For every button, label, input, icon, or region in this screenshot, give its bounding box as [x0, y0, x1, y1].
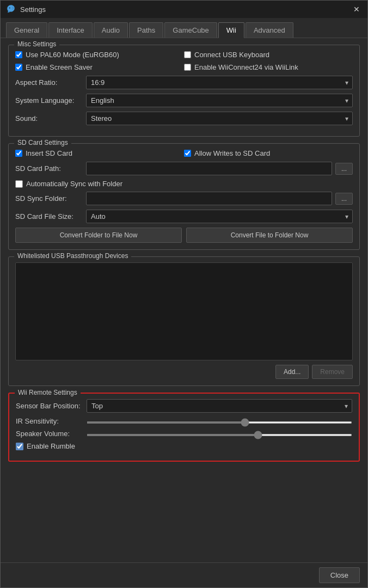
system-language-row: System Language: English Japanese German… [15, 94, 353, 107]
sound-row: Sound: Mono Stereo Surround [15, 112, 353, 125]
tab-audio[interactable]: Audio [94, 22, 128, 38]
sd-sync-folder-input[interactable] [86, 192, 332, 205]
ir-sensitivity-slider-wrap [87, 417, 352, 425]
bottom-bar: Close [1, 562, 367, 587]
allow-writes-col: Allow Writes to SD Card [184, 149, 353, 157]
system-language-dropdown-wrap: English Japanese German French Spanish I… [86, 94, 353, 107]
sd-sync-folder-label: SD Sync Folder: [15, 194, 86, 203]
sensor-bar-dropdown-wrap: Top Bottom [87, 399, 352, 413]
allow-writes-label: Allow Writes to SD Card [194, 149, 270, 157]
sd-file-size-row: SD Card File Size: Auto 128 MB 256 MB 51… [15, 210, 353, 223]
sd-card-path-input[interactable] [86, 162, 332, 175]
aspect-ratio-row: Aspect Ratio: Auto 16:9 4:3 Stretch [15, 76, 353, 89]
pal60-checkbox[interactable] [15, 51, 22, 58]
ir-sensitivity-slider[interactable] [87, 421, 352, 424]
insert-sd-col: Insert SD Card [15, 149, 184, 157]
usb-keyboard-col: Connect USB Keyboard [184, 51, 353, 59]
usb-list-buttons: Add... Remove [15, 365, 353, 379]
wiiconnect-label: Enable WiiConnect24 via WiiLink [194, 63, 298, 71]
misc-settings-group: Misc Settings Use PAL60 Mode (EuRGB60) C… [8, 45, 360, 137]
screensaver-col: Enable Screen Saver [15, 63, 184, 71]
title-bar: Settings ✕ [1, 1, 367, 18]
tab-general[interactable]: General [6, 22, 47, 38]
convert-file-to-folder-button[interactable]: Convert File to Folder Now [186, 228, 353, 243]
system-language-select[interactable]: English Japanese German French Spanish I… [86, 94, 353, 107]
wii-remote-settings-group: Wii Remote Settings Sensor Bar Position:… [8, 393, 360, 462]
sd-file-size-label: SD Card File Size: [15, 212, 86, 220]
enable-rumble-row: Enable Rumble [16, 442, 352, 450]
tab-bar: General Interface Audio Paths GameCube W… [1, 18, 367, 38]
screensaver-checkbox[interactable] [15, 64, 22, 71]
sd-file-size-dropdown-wrap: Auto 128 MB 256 MB 512 MB 1 GB 2 GB 4 GB… [86, 210, 353, 223]
insert-sd-checkbox[interactable] [15, 150, 22, 157]
tab-interface[interactable]: Interface [48, 22, 93, 38]
sensor-bar-select[interactable]: Top Bottom [87, 399, 352, 413]
sound-label: Sound: [15, 114, 86, 122]
enable-rumble-label: Enable Rumble [27, 442, 75, 450]
tab-paths[interactable]: Paths [129, 22, 163, 38]
aspect-ratio-label: Aspect Ratio: [15, 78, 86, 87]
svg-point-0 [9, 7, 10, 8]
speaker-volume-slider-wrap [87, 430, 352, 438]
speaker-volume-slider[interactable] [87, 434, 352, 436]
dolphin-icon [6, 4, 16, 15]
wii-remote-settings-label: Wii Remote Settings [15, 389, 81, 396]
pal60-col: Use PAL60 Mode (EuRGB60) [15, 51, 184, 59]
convert-folder-to-file-button[interactable]: Convert Folder to File Now [15, 228, 182, 243]
tab-gamecube[interactable]: GameCube [164, 22, 217, 38]
close-dialog-button[interactable]: Close [319, 567, 360, 583]
usb-device-listbox[interactable] [15, 262, 353, 360]
sd-sync-browse-button[interactable]: ... [335, 193, 353, 205]
usb-keyboard-checkbox[interactable] [184, 51, 191, 58]
insert-sd-label: Insert SD Card [26, 149, 72, 157]
sound-dropdown-wrap: Mono Stereo Surround [86, 112, 353, 125]
misc-row1: Use PAL60 Mode (EuRGB60) Connect USB Key… [15, 51, 353, 59]
misc-settings-label: Misc Settings [14, 40, 59, 48]
add-usb-button[interactable]: Add... [275, 365, 309, 379]
aspect-ratio-dropdown-wrap: Auto 16:9 4:3 Stretch [86, 76, 353, 89]
auto-sync-checkbox[interactable] [15, 180, 23, 188]
sd-card-settings-label: SD Card Settings [14, 139, 71, 146]
sound-select[interactable]: Mono Stereo Surround [86, 112, 353, 125]
sd-card-path-label: SD Card Path: [15, 164, 86, 173]
aspect-ratio-select[interactable]: Auto 16:9 4:3 Stretch [86, 76, 353, 89]
window-close-button[interactable]: ✕ [351, 4, 362, 15]
usb-passthrough-group: Whitelisted USB Passthrough Devices Add.… [8, 256, 360, 386]
auto-sync-label: Automatically Sync with Folder [26, 180, 122, 188]
sd-file-size-select[interactable]: Auto 128 MB 256 MB 512 MB 1 GB 2 GB 4 GB… [86, 210, 353, 223]
misc-row2: Enable Screen Saver Enable WiiConnect24 … [15, 63, 353, 71]
sd-sync-folder-row: SD Sync Folder: ... [15, 192, 353, 205]
tab-wii[interactable]: Wii [218, 22, 244, 38]
usb-passthrough-label: Whitelisted USB Passthrough Devices [14, 252, 131, 260]
wiiconnect-col: Enable WiiConnect24 via WiiLink [184, 63, 353, 71]
title-bar-left: Settings [6, 4, 46, 15]
speaker-volume-row: Speaker Volume: [16, 430, 352, 438]
sensor-bar-row: Sensor Bar Position: Top Bottom [16, 399, 352, 413]
wiiconnect-checkbox[interactable] [184, 64, 191, 71]
auto-sync-row: Automatically Sync with Folder [15, 180, 353, 188]
pal60-label: Use PAL60 Mode (EuRGB60) [26, 51, 119, 59]
convert-buttons-row: Convert Folder to File Now Convert File … [15, 228, 353, 243]
usb-keyboard-label: Connect USB Keyboard [194, 51, 269, 59]
window-title: Settings [20, 5, 46, 14]
sd-card-browse-button[interactable]: ... [335, 163, 353, 175]
tab-advanced[interactable]: Advanced [246, 22, 293, 38]
screensaver-label: Enable Screen Saver [26, 63, 93, 71]
ir-sensitivity-row: IR Sensitivity: [16, 417, 352, 425]
sd-row1: Insert SD Card Allow Writes to SD Card [15, 149, 353, 157]
settings-window: Settings ✕ General Interface Audio Paths… [0, 0, 368, 588]
system-language-label: System Language: [15, 96, 86, 105]
remove-usb-button[interactable]: Remove [312, 365, 353, 379]
sd-card-path-row: SD Card Path: ... [15, 162, 353, 175]
speaker-volume-label: Speaker Volume: [16, 430, 87, 438]
ir-sensitivity-label: IR Sensitivity: [16, 417, 87, 425]
enable-rumble-checkbox[interactable] [16, 443, 23, 450]
sensor-bar-label: Sensor Bar Position: [16, 402, 87, 410]
allow-writes-checkbox[interactable] [184, 150, 191, 157]
tab-content: Misc Settings Use PAL60 Mode (EuRGB60) C… [1, 38, 367, 562]
sd-card-settings-group: SD Card Settings Insert SD Card Allow Wr… [8, 143, 360, 250]
